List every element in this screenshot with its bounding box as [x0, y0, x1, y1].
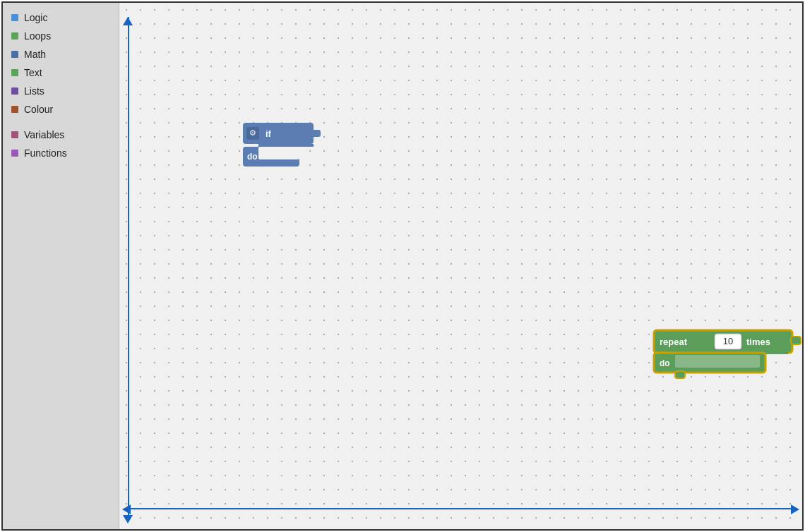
sidebar-item-functions[interactable]: Functions	[3, 144, 119, 162]
svg-text:do: do	[660, 358, 670, 368]
sidebar-item-logic[interactable]: Logic	[3, 8, 119, 27]
sidebar-label-logic: Logic	[24, 12, 47, 23]
horizontal-arrow	[131, 508, 791, 509]
svg-text:do: do	[247, 152, 258, 162]
sidebar-label-functions: Functions	[24, 147, 67, 159]
sidebar-item-lists[interactable]: Lists	[3, 82, 119, 100]
sidebar-item-variables[interactable]: Variables	[3, 126, 119, 144]
math-color-dot	[11, 51, 18, 58]
svg-rect-13	[675, 355, 760, 368]
variables-color-dot	[11, 131, 18, 138]
sidebar: Logic Loops Math Text Lists Colour Varia…	[3, 3, 119, 529]
sidebar-label-math: Math	[24, 49, 46, 60]
text-color-dot	[11, 69, 18, 76]
logic-color-dot	[11, 14, 18, 21]
svg-rect-10	[791, 337, 801, 344]
sidebar-label-loops: Loops	[24, 30, 51, 42]
functions-color-dot	[11, 150, 18, 157]
sidebar-label-colour: Colour	[24, 104, 53, 115]
svg-rect-1	[310, 130, 321, 137]
svg-text:repeat: repeat	[660, 337, 688, 347]
arrow-down-icon	[123, 515, 133, 524]
canvas[interactable]: ⚙ if do repeat	[119, 3, 802, 529]
main-container: Logic Loops Math Text Lists Colour Varia…	[1, 1, 804, 531]
sidebar-item-text[interactable]: Text	[3, 64, 119, 82]
svg-rect-4	[258, 147, 299, 159]
sidebar-label-lists: Lists	[24, 85, 44, 97]
loops-color-dot	[11, 32, 18, 40]
sidebar-label-variables: Variables	[24, 129, 64, 140]
svg-text:⚙: ⚙	[249, 128, 256, 137]
sidebar-item-colour[interactable]: Colour	[3, 100, 119, 119]
if-block[interactable]: ⚙ if do	[243, 123, 321, 175]
svg-rect-19	[675, 371, 685, 378]
arrow-right-icon	[791, 504, 799, 514]
lists-color-dot	[11, 87, 18, 95]
sidebar-item-loops[interactable]: Loops	[3, 27, 119, 45]
sidebar-item-math[interactable]: Math	[3, 45, 119, 64]
colour-color-dot	[11, 106, 18, 113]
svg-rect-2	[258, 144, 314, 147]
svg-text:10: 10	[723, 336, 733, 346]
svg-text:times: times	[746, 337, 770, 347]
vertical-arrow	[128, 17, 129, 515]
sidebar-label-text: Text	[24, 67, 42, 78]
svg-text:if: if	[266, 128, 272, 139]
arrow-left-icon	[122, 504, 131, 514]
repeat-block[interactable]: repeat 10 times do	[652, 329, 802, 382]
